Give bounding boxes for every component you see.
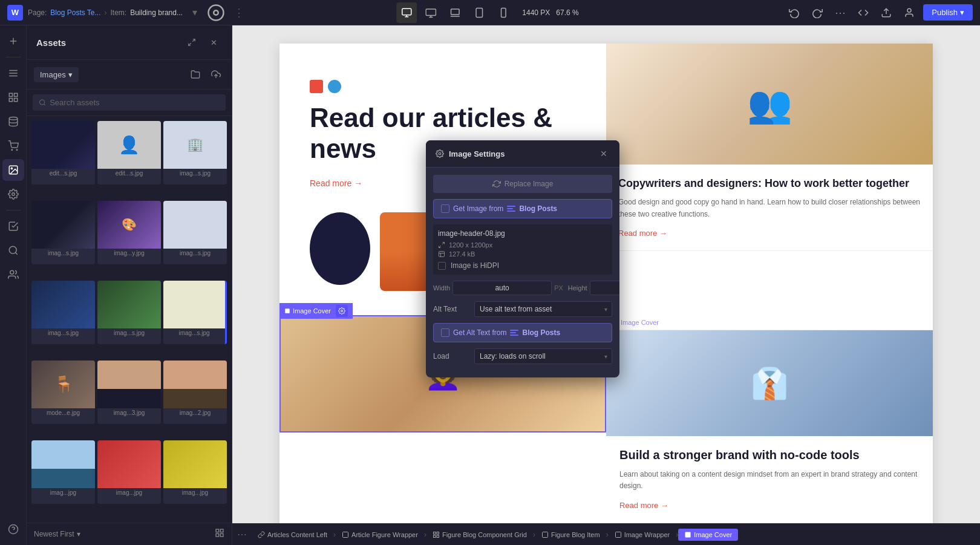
asset-item[interactable]: imag...jpg xyxy=(31,440,95,504)
asset-item[interactable]: 👤 edit...s.jpg xyxy=(97,121,161,184)
replace-image-btn[interactable]: Replace Image xyxy=(433,175,612,193)
pages-btn[interactable] xyxy=(2,86,24,108)
box-2-icon xyxy=(541,531,549,538)
svg-point-33 xyxy=(10,270,13,274)
breadcrumb-image-wrapper[interactable]: Image Wrapper xyxy=(609,529,676,541)
tablet-btn[interactable] xyxy=(469,2,489,23)
mobile-btn[interactable] xyxy=(493,2,514,23)
export-btn[interactable] xyxy=(877,4,895,22)
asset-item[interactable]: imag...3.jpg xyxy=(97,361,161,424)
get-alt-checkbox[interactable] xyxy=(441,328,449,337)
hidpi-checkbox[interactable] xyxy=(438,262,446,270)
refresh-icon xyxy=(492,180,501,188)
close-panel-btn[interactable]: ✕ xyxy=(205,34,222,51)
svg-point-46 xyxy=(341,310,342,312)
asset-item[interactable]: 🎨 imag...y.jpg xyxy=(97,201,161,264)
alt-text-select[interactable]: Use alt text from asset Custom Decorativ… xyxy=(474,301,612,317)
breadcrumb-figure-blog-item[interactable]: Figure Blog Item xyxy=(535,529,606,541)
card2-cover-label: Image Cover xyxy=(621,319,659,326)
rail-separator-2 xyxy=(6,210,21,210)
settings-btn[interactable] xyxy=(2,183,24,205)
asset-item[interactable]: 🪑 mode...e.jpg xyxy=(31,361,95,424)
get-image-checkbox[interactable] xyxy=(441,204,449,213)
redo-btn[interactable] xyxy=(808,4,826,22)
asset-item[interactable]: 🏢 imag...s.jpg xyxy=(163,121,227,184)
upload-folder-btn[interactable] xyxy=(187,66,204,83)
cms-icon xyxy=(507,206,515,212)
more-options-btn[interactable]: ⋮ xyxy=(234,6,244,19)
breadcrumb-more-btn[interactable]: ⋯ xyxy=(237,529,247,540)
preview-btn[interactable] xyxy=(207,4,225,22)
breadcrumb-articles-content-left[interactable]: Articles Content Left xyxy=(252,529,333,541)
asset-item[interactable]: imag...s.jpg xyxy=(31,201,95,264)
width-input[interactable] xyxy=(452,281,552,295)
search-btn[interactable] xyxy=(2,240,24,261)
blog-card-2: Image Cover 👔 Build a stronger brand wit… xyxy=(606,315,933,521)
card2-read-more[interactable]: Read more → xyxy=(619,501,668,510)
navigator-btn[interactable] xyxy=(2,62,24,84)
modal-close-btn[interactable]: ✕ xyxy=(598,148,610,160)
search-input[interactable] xyxy=(50,98,220,107)
svg-point-30 xyxy=(11,193,15,196)
cms-collection-name: Blog Posts xyxy=(519,204,557,213)
laptop-btn[interactable] xyxy=(445,2,465,23)
breadcrumb-bar: ⋯ Articles Content Left › Article Figure… xyxy=(232,523,980,545)
asset-item[interactable]: imag...jpg xyxy=(163,440,227,504)
asset-item[interactable]: imag...jpg xyxy=(97,440,161,504)
page-name[interactable]: Blog Posts Te... xyxy=(50,8,100,17)
get-image-from-cms-btn[interactable]: Get Image from Blog Posts xyxy=(433,199,612,218)
breadcrumb-figure-blog-grid[interactable]: Figure Blog Component Grid xyxy=(426,529,533,541)
large-desktop-btn[interactable] xyxy=(420,2,441,23)
cms-btn[interactable] xyxy=(2,111,24,132)
more-btn[interactable]: ⋯ xyxy=(831,4,849,22)
code-btn[interactable] xyxy=(854,4,872,22)
desktop-btn[interactable] xyxy=(396,2,417,23)
svg-line-40 xyxy=(44,104,45,105)
get-alt-text-from-cms-btn[interactable]: Get Alt Text from Blog Posts xyxy=(433,323,612,342)
add-element-btn[interactable] xyxy=(2,30,24,52)
device-switcher: 1440 PX 67.6 % xyxy=(396,2,583,23)
card1-read-more[interactable]: Read more → xyxy=(618,229,667,238)
asset-item[interactable]: edit...s.jpg xyxy=(31,121,95,184)
expand-panel-btn[interactable] xyxy=(183,34,200,51)
upload-btn[interactable] xyxy=(207,66,224,83)
publish-button[interactable]: Publish ▾ xyxy=(923,4,973,21)
asset-label: imag...2.jpg xyxy=(163,408,227,417)
blue-icon xyxy=(328,80,341,93)
sort-dropdown[interactable]: Newest First ▾ xyxy=(34,530,80,538)
images-dropdown[interactable]: Images ▾ xyxy=(34,67,79,82)
load-select[interactable]: Lazy: loads on scroll Eager: loads immed… xyxy=(474,348,612,364)
user-btn[interactable] xyxy=(900,4,918,22)
modal-body: Replace Image Get Image from Blog Posts … xyxy=(426,168,619,377)
asset-item[interactable]: imag...2.jpg xyxy=(163,361,227,424)
svg-rect-21 xyxy=(9,93,12,96)
asset-item[interactable]: imag...s.jpg xyxy=(97,281,161,344)
modal-header: Image Settings ✕ xyxy=(426,140,619,168)
help-btn[interactable] xyxy=(2,518,24,540)
search-box[interactable] xyxy=(33,94,226,111)
team-btn[interactable] xyxy=(2,264,24,286)
panel-header-actions: ✕ xyxy=(183,34,222,51)
asset-item[interactable]: imag...s.jpg xyxy=(163,201,227,264)
panel-toolbar: Images ▾ xyxy=(27,60,232,90)
height-input[interactable] xyxy=(590,281,619,295)
asset-label: imag...s.jpg xyxy=(97,328,161,338)
asset-item[interactable]: imag...s.jpg xyxy=(163,281,227,344)
item-name[interactable]: Building brand... xyxy=(130,8,183,17)
grid-toggle-btn[interactable] xyxy=(215,528,224,540)
breadcrumb-article-figure-wrapper[interactable]: Article Figure Wrapper xyxy=(336,529,424,541)
ecommerce-btn[interactable] xyxy=(2,135,24,157)
asset-item[interactable]: imag...s.jpg xyxy=(31,281,95,344)
breadcrumb-image-cover[interactable]: Image Cover xyxy=(678,529,738,541)
link-icon xyxy=(258,531,265,538)
undo-btn[interactable] xyxy=(785,4,803,22)
svg-line-50 xyxy=(439,246,442,248)
image-cover-settings-btn[interactable] xyxy=(336,305,348,317)
svg-rect-59 xyxy=(542,532,547,537)
item-dropdown[interactable]: ▾ xyxy=(192,7,197,18)
alt-text-select-wrapper: Use alt text from asset Custom Decorativ… xyxy=(474,301,612,317)
audit-btn[interactable] xyxy=(2,215,24,237)
card2-title: Build a stronger brand with no-code tool… xyxy=(619,447,920,463)
hidpi-row: Image is HiDPI xyxy=(438,261,607,270)
assets-btn[interactable] xyxy=(2,159,24,181)
